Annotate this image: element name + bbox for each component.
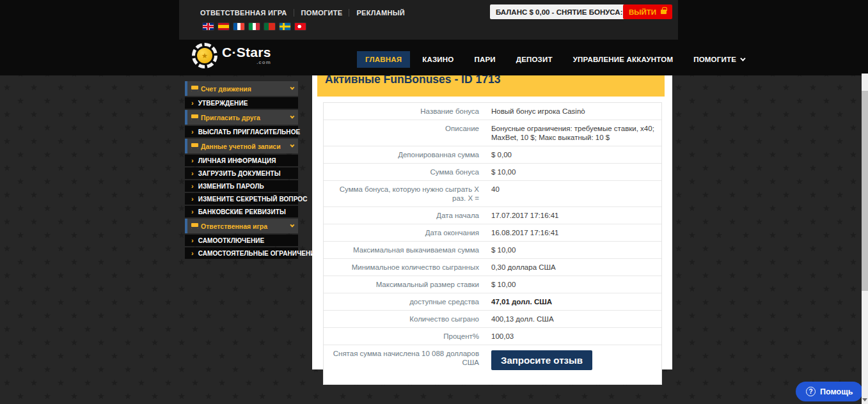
chevron-right-icon: ›: [191, 170, 194, 177]
sidebar-item-label: ВЫСЛАТЬ ПРИГЛАСИТЕЛЬНОЕ: [198, 128, 301, 136]
row-value-text: Бонусные ограничения: требуемые ставки, …: [491, 125, 654, 141]
request-review-button[interactable]: Запросите отзыв: [491, 350, 592, 370]
sidebar-section-header[interactable]: Пригласить друга: [185, 110, 298, 125]
table-row: доступные средства 47,01 долл. США: [324, 293, 661, 311]
chevron-right-icon: ›: [191, 128, 194, 136]
row-value: 16.08.2017 17:16:41: [485, 224, 661, 241]
chevron-down-icon: [290, 86, 294, 90]
flag-italy-icon[interactable]: [249, 23, 260, 30]
logo-badge-icon: ★: [192, 43, 217, 68]
row-value: 47,01 долл. США: [485, 293, 661, 310]
logo[interactable]: ★ C·Stars .com: [192, 43, 271, 68]
nav-help[interactable]: ПОМОГИТЕ: [685, 51, 752, 68]
row-value-text: 47,01 долл. США: [491, 298, 552, 306]
sidebar-item[interactable]: › ИЗМЕНИТЕ СЕКРЕТНЫЙ ВОПРОС: [185, 193, 298, 205]
nav-account-management[interactable]: УПРАВЛЕНИЕ АККАУНТОМ: [565, 51, 682, 68]
top-link-promo[interactable]: РЕКЛАМНЫЙ: [349, 9, 405, 17]
flag-spain-icon[interactable]: [218, 23, 229, 30]
sidebar-item[interactable]: › ЗАГРУЗИТЬ ДОКУМЕНТЫ: [185, 167, 298, 179]
row-value-text: 40: [491, 185, 500, 193]
logo-coin-icon: ★: [197, 48, 212, 63]
sidebar-section-title: Счет движения: [201, 85, 290, 93]
chevron-down-icon: [290, 143, 294, 148]
top-links: ОТВЕТСТВЕННАЯ ИГРА ПОМОГИТЕ РЕКЛАМНЫЙ: [200, 9, 405, 17]
sidebar-item-label: БАНКОВСКИЕ РЕКВИЗИТЫ: [198, 208, 286, 215]
row-value: 400,13 долл. США: [485, 311, 661, 327]
row-label: Максимальная выкачиваемая сумма: [324, 242, 485, 258]
row-value-text: 0,30 доллара США: [491, 263, 556, 271]
help-button[interactable]: ? Помощь: [796, 382, 863, 401]
row-label: Максимальный размер ставки: [324, 276, 485, 293]
row-value: $ 10,00: [485, 242, 661, 258]
sidebar-section-title: Ответственная игра: [201, 222, 290, 230]
nav-casino[interactable]: КАЗИНО: [414, 51, 462, 68]
chevron-down-icon: [740, 56, 745, 61]
row-label: доступные средства: [324, 293, 485, 310]
flag-uk-icon[interactable]: [203, 23, 214, 30]
row-value-text: 100,03: [491, 332, 514, 340]
chevron-right-icon: ›: [191, 196, 194, 203]
row-value: Запросите отзыв: [485, 345, 661, 374]
sidebar-item-label: САМОСТОЯТЕЛЬНЫЕ ОГРАНИЧЕНИЯ: [198, 250, 320, 257]
sidebar-section-header[interactable]: Ответственная игра: [185, 219, 298, 233]
chevron-right-icon: ›: [191, 208, 194, 215]
sidebar-item[interactable]: › ИЗМЕНИТЬ ПАРОЛЬ: [185, 180, 298, 192]
flag-sweden-icon[interactable]: [280, 23, 290, 30]
flag-france-icon[interactable]: [233, 23, 244, 30]
nav-home[interactable]: ГЛАВНАЯ: [357, 51, 410, 68]
flag-portugal-icon[interactable]: [264, 23, 275, 30]
sidebar-item-label: ИЗМЕНИТЕ СЕКРЕТНЫЙ ВОПРОС: [198, 196, 308, 203]
nav-item-label: ПОМОГИТЕ: [693, 51, 736, 68]
nav-deposit[interactable]: ДЕПОЗИТ: [508, 51, 561, 68]
sidebar-item[interactable]: › УТВЕРЖДЕНИЕ: [185, 97, 298, 109]
table-row: Описание Бонусные ограничения: требуемые…: [324, 120, 661, 146]
scrollbar-down-arrow-icon[interactable]: [862, 398, 867, 401]
table-row: Максимальный размер ставки $ 10,00: [324, 276, 661, 293]
row-label: Сумма бонуса, которую нужно сыграть X ра…: [324, 181, 485, 206]
nav-item-label: ПАРИ: [474, 51, 495, 68]
card-icon: [191, 114, 198, 120]
sidebar-section-items: › САМООТКЛЮЧЕНИЕ › САМОСТОЯТЕЛЬНЫЕ ОГРАН…: [185, 235, 298, 259]
flag-turkey-icon[interactable]: [295, 23, 306, 30]
title-banner: Активные FunBonuses - ID 1713: [317, 74, 665, 97]
sidebar-section-title: Данные учетной записи: [201, 143, 290, 150]
sidebar-item[interactable]: › САМОСТОЯТЕЛЬНЫЕ ОГРАНИЧЕНИЯ: [185, 247, 298, 259]
chevron-right-icon: ›: [191, 157, 194, 164]
card-icon: [191, 86, 198, 91]
sidebar-item-label: УТВЕРЖДЕНИЕ: [198, 100, 248, 107]
row-value-text: $ 10,00: [491, 246, 516, 254]
sidebar-section-items: › ВЫСЛАТЬ ПРИГЛАСИТЕЛЬНОЕ: [185, 126, 298, 137]
table-row: Минимальное количество сыгранных 0,30 до…: [324, 259, 661, 276]
top-panel: ОТВЕТСТВЕННАЯ ИГРА ПОМОГИТЕ РЕКЛАМНЫЙ: [179, 0, 678, 40]
sidebar-item[interactable]: › ВЫСЛАТЬ ПРИГЛАСИТЕЛЬНОЕ: [185, 126, 298, 137]
header: ОТВЕТСТВЕННАЯ ИГРА ПОМОГИТЕ РЕКЛАМНЫЙ: [0, 0, 868, 75]
chevron-right-icon: ›: [191, 237, 194, 244]
scrollbar-track[interactable]: [862, 74, 868, 404]
sidebar-section-header[interactable]: Данные учетной записи: [185, 139, 298, 153]
card-icon: [191, 143, 198, 149]
sidebar-item[interactable]: › ЛИЧНАЯ ИНФОРМАЦИЯ: [185, 155, 298, 166]
logout-label: ВЫЙТИ: [629, 8, 656, 16]
sidebar-item-label: ЗАГРУЗИТЬ ДОКУМЕНТЫ: [198, 170, 281, 177]
chevron-down-icon: [290, 223, 294, 228]
top-link-responsible-gaming[interactable]: ОТВЕТСТВЕННАЯ ИГРА: [200, 9, 287, 17]
sidebar-section-items: › УТВЕРЖДЕНИЕ: [185, 97, 298, 109]
sidebar-section-header[interactable]: Счет движения: [185, 81, 298, 96]
row-value-text: $ 0,00: [491, 151, 512, 159]
sidebar-item[interactable]: › БАНКОВСКИЕ РЕКВИЗИТЫ: [185, 206, 298, 217]
table-row: Сумма бонуса $ 10,00: [324, 164, 661, 181]
table-row: Название бонуса Новый бонус игрока Casin…: [324, 103, 661, 120]
row-label: Количество сыграно: [324, 311, 485, 327]
nav-bets[interactable]: ПАРИ: [466, 51, 503, 68]
row-value-text: 16.08.2017 17:16:41: [491, 229, 559, 237]
row-value: 17.07.2017 17:16:41: [485, 207, 661, 224]
nav-item-label: ДЕПОЗИТ: [516, 51, 553, 68]
bonus-details-table: Название бонуса Новый бонус игрока Casin…: [323, 102, 662, 385]
chevron-right-icon: ›: [191, 250, 194, 257]
logout-button[interactable]: ВЫЙТИ: [623, 4, 672, 19]
table-row: Дата начала 17.07.2017 17:16:41: [324, 207, 661, 224]
sidebar-item[interactable]: › САМООТКЛЮЧЕНИЕ: [185, 235, 298, 246]
sidebar-section-account-movements: Счет движения › УТВЕРЖДЕНИЕ: [185, 81, 298, 109]
top-link-help[interactable]: ПОМОГИТЕ: [294, 9, 343, 17]
scrollbar-thumb[interactable]: [862, 91, 868, 291]
